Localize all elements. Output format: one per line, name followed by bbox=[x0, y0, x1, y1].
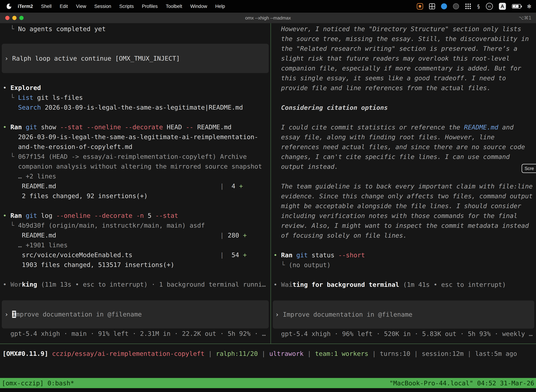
terminal-line: README.md | 280 + bbox=[0, 230, 270, 240]
menu-item-edit[interactable]: Edit bbox=[56, 4, 72, 9]
menu-item-scripts[interactable]: Scripts bbox=[115, 4, 138, 9]
battery-icon[interactable]: ⚡ bbox=[512, 4, 521, 9]
window-title-bar[interactable]: omx --xhigh --madmax ⌥⌘1 bbox=[0, 13, 536, 23]
squiggle-icon[interactable]: § bbox=[477, 3, 480, 9]
terminal-line: • Ran git show --stat --oneline --decora… bbox=[0, 122, 270, 132]
text-segment: • bbox=[273, 281, 281, 288]
blue-app-icon[interactable] bbox=[441, 3, 447, 9]
text-segment: List bbox=[18, 94, 34, 101]
horizontal-pane-divider[interactable] bbox=[0, 344, 536, 344]
terminal-line: README.md | 4 + bbox=[0, 181, 270, 191]
text-segment: [OMX#0.11.9] bbox=[2, 350, 52, 357]
right-prompt-text: › Improve documentation in @filename bbox=[273, 310, 412, 319]
text-segment: team:1 workers bbox=[315, 350, 368, 357]
text-segment: show bbox=[37, 123, 60, 131]
text-segment: cczip/essay/ai-reimplementation-copyleft bbox=[52, 350, 205, 357]
text-segment: No agents completed yet bbox=[18, 25, 106, 33]
fan-icon[interactable]: ✻ bbox=[527, 3, 531, 9]
window-grid-icon[interactable] bbox=[429, 3, 435, 9]
text-segment bbox=[292, 252, 296, 259]
menu-item-window[interactable]: Window bbox=[186, 4, 211, 9]
text-segment: (1m 41s • esc to interrupt) bbox=[403, 281, 506, 288]
input-source-icon[interactable]: A bbox=[499, 3, 506, 10]
text-segment: provide file and line references from th… bbox=[273, 84, 491, 92]
text-segment: might be acceptable alongside the file l… bbox=[273, 202, 521, 210]
terminal-line: Considering citation options bbox=[271, 103, 536, 112]
menu-item-session[interactable]: Session bbox=[90, 4, 115, 9]
text-segment: turns:10 bbox=[380, 350, 410, 357]
terminal-line: companion analysis without altering the … bbox=[0, 162, 270, 171]
terminal-line: └ 067f154 (HEAD -> essay/ai-reimplementa… bbox=[0, 152, 270, 162]
text-segment: -- bbox=[186, 123, 193, 131]
text-segment: 2026-03-09-is-legal-the-same-as-legitima… bbox=[3, 133, 258, 140]
terminal-line: • Waiting for background terminal (1m 41… bbox=[271, 280, 536, 289]
right-prompt-input[interactable]: › Improve documentation in @filename bbox=[273, 300, 534, 329]
dark-app-icon[interactable] bbox=[453, 3, 459, 9]
terminal-line: output instead. bbox=[271, 162, 536, 172]
text-segment: session:12m bbox=[422, 350, 464, 357]
text-segment bbox=[22, 123, 26, 131]
omx-status-bar: [OMX#0.11.9] cczip/essay/ai-reimplementa… bbox=[0, 349, 536, 359]
text-segment: 2 files changed, 92 insertions(+) bbox=[3, 192, 148, 200]
text-segment: --oneline --decorate -n bbox=[56, 212, 144, 219]
menu-item-toolbelt[interactable]: Toolbelt bbox=[162, 4, 186, 9]
left-transcript: • Explored └ List git ls-files Search 20… bbox=[0, 83, 270, 289]
text-segment: the "Related research writing" section i… bbox=[273, 45, 517, 52]
text-segment: Ran bbox=[281, 252, 292, 259]
terminal-line: the "Related research writing" section i… bbox=[271, 44, 536, 54]
text-segment: … +2 lines bbox=[3, 173, 56, 180]
text-segment: Ran bbox=[10, 123, 22, 131]
menu-item-shell[interactable]: Shell bbox=[37, 4, 56, 9]
text-segment: log bbox=[37, 212, 56, 219]
text-segment: | bbox=[410, 350, 422, 357]
text-segment: gpt-5.4 xhigh · main · 91% left · 2.31M … bbox=[3, 330, 266, 337]
text-segment: + bbox=[239, 182, 243, 190]
text-segment: changes, I can't cite specific file line… bbox=[273, 153, 510, 160]
text-segment: • bbox=[3, 281, 10, 288]
apple-menu-icon[interactable] bbox=[7, 4, 11, 9]
text-segment: output instead. bbox=[273, 163, 338, 170]
text-segment: I bbox=[12, 311, 16, 318]
terminal-line: 2 files changed, 92 insertions(+) bbox=[0, 191, 270, 201]
text-segment: • bbox=[3, 123, 10, 131]
left-prompt-text: › Improve documentation in @filename bbox=[2, 309, 142, 319]
text-segment: + bbox=[243, 232, 247, 239]
terminal-line: └ (no output) bbox=[271, 260, 536, 270]
text-segment: … +1901 lines bbox=[3, 242, 67, 249]
text-segment: review. Also, I might want to inspect th… bbox=[273, 222, 529, 229]
text-segment: src/voice/voiceModeEnabled.ts bbox=[3, 251, 132, 258]
text-segment: ting for background terminal bbox=[292, 281, 399, 288]
text-segment: • bbox=[3, 84, 10, 91]
gauge-icon[interactable]: .61 bbox=[486, 3, 493, 10]
menu-item-iterm2[interactable]: iTerm2 bbox=[14, 4, 37, 9]
terminal-line: the source tree, missing the essay. Stil… bbox=[271, 34, 536, 44]
text-segment: gpt-5.4 xhigh · 96% left · 520K in · 5.8… bbox=[273, 330, 533, 337]
text-segment: | bbox=[304, 350, 315, 357]
terminal-line: … +2 lines bbox=[0, 171, 270, 181]
text-segment bbox=[37, 281, 41, 288]
text-segment: HEAD bbox=[163, 123, 186, 131]
dots-grid-icon[interactable] bbox=[465, 3, 471, 9]
bottom-gap bbox=[0, 388, 536, 392]
text-segment: of focusing solely on file lines. bbox=[273, 232, 407, 239]
menu-item-profiles[interactable]: Profiles bbox=[138, 4, 162, 9]
terminal-line: Search 2026-03-09-is-legal-the-same-as-l… bbox=[0, 103, 270, 112]
text-segment: › bbox=[5, 311, 12, 318]
menu-item-view[interactable]: View bbox=[72, 4, 90, 9]
text-segment: README.md bbox=[3, 232, 56, 239]
text-segment: status bbox=[308, 252, 338, 259]
screen-edge-tab[interactable]: Scre bbox=[522, 164, 536, 173]
right-terminal-pane[interactable]: However, I noticed the "Directory Struct… bbox=[271, 23, 536, 344]
menu-item-help[interactable]: Help bbox=[211, 4, 229, 9]
text-segment: Ran bbox=[10, 212, 22, 219]
left-terminal-pane[interactable]: └ No agents completed yet › Ralph loop a… bbox=[0, 23, 270, 344]
text-segment: Ralph loop active continue [OMX_TMUX_INJ… bbox=[12, 55, 180, 62]
tmux-status-bar: [omx-cczip] 0:bash* "MacBook-Pro-44.loca… bbox=[0, 378, 536, 388]
text-segment: Improve documentation in @filename bbox=[283, 311, 412, 318]
text-segment: 4b9d30f (origin/main, instructkr/main, m… bbox=[18, 222, 205, 229]
terminal-line: … +1901 lines bbox=[0, 240, 270, 250]
left-prompt-input[interactable]: › Improve documentation in @filename bbox=[2, 300, 269, 328]
text-segment: last:5m ago bbox=[475, 350, 517, 357]
screen-recording-indicator-icon[interactable] bbox=[417, 3, 423, 9]
text-segment: However, I noticed the "Directory Struct… bbox=[273, 25, 521, 33]
